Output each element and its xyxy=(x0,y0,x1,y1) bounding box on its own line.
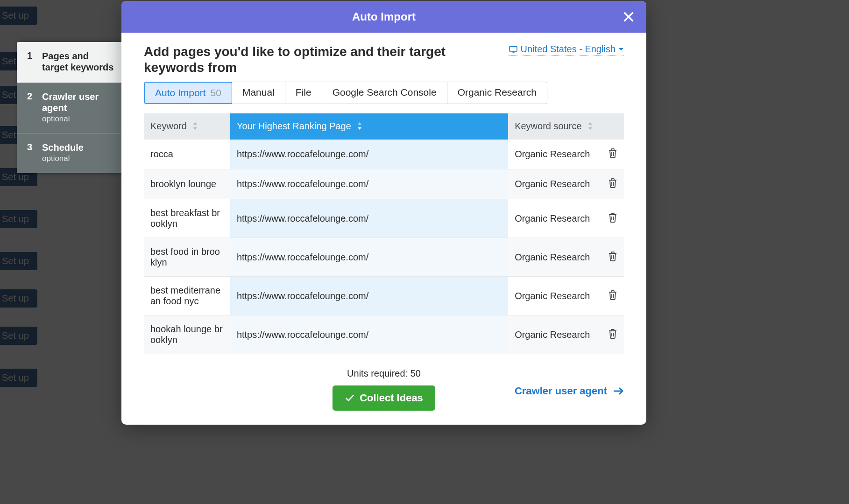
table-row: best mediterranean food nychttps://www.r… xyxy=(144,277,624,315)
tab-label: Manual xyxy=(242,87,275,98)
modal-header: Auto Import xyxy=(121,1,646,33)
step-number: 2 xyxy=(27,91,34,102)
tab-file[interactable]: File xyxy=(285,82,322,104)
col-page[interactable]: Your Highest Ranking Page xyxy=(230,113,508,140)
cell-keyword: rocca xyxy=(144,140,230,169)
keywords-table: Keyword Your Highest Ranking Page Keywor… xyxy=(144,113,624,354)
cell-page: https://www.roccafelounge.com/ xyxy=(230,238,508,277)
tab-label: File xyxy=(296,87,311,98)
tab-label: Auto Import xyxy=(155,87,206,98)
col-delete xyxy=(601,113,624,140)
cell-source: Organic Research xyxy=(508,315,601,354)
wizard-step-1[interactable]: 1Pages and target keywords xyxy=(17,42,125,83)
step-number: 1 xyxy=(27,50,34,61)
tab-count: 50 xyxy=(211,87,221,98)
cell-keyword: best food in brooklyn xyxy=(144,238,230,277)
cell-source: Organic Research xyxy=(508,199,601,238)
wizard-step-2[interactable]: 2Crawler user agentoptional xyxy=(17,83,125,133)
cell-delete xyxy=(601,238,624,277)
cell-keyword: brooklyn lounge xyxy=(144,169,230,199)
cell-delete xyxy=(601,140,624,169)
tab-google-search-console[interactable]: Google Search Console xyxy=(322,82,447,104)
cell-source: Organic Research xyxy=(508,238,601,277)
crawler-user-agent-link[interactable]: Crawler user agent xyxy=(515,385,624,397)
col-source[interactable]: Keyword source xyxy=(508,113,601,140)
locale-selector[interactable]: United States - English xyxy=(509,44,624,56)
wizard-steps: 1Pages and target keywords2Crawler user … xyxy=(17,42,125,173)
step-title: Crawler user agent xyxy=(42,91,116,113)
step-number: 3 xyxy=(27,142,34,153)
cell-delete xyxy=(601,277,624,315)
table-row: roccahttps://www.roccafelounge.com/Organ… xyxy=(144,140,624,169)
cell-page: https://www.roccafelounge.com/ xyxy=(230,169,508,199)
tab-manual[interactable]: Manual xyxy=(232,82,285,104)
cell-keyword: best breakfast brooklyn xyxy=(144,199,230,238)
cell-page: https://www.roccafelounge.com/ xyxy=(230,199,508,238)
tab-label: Organic Research xyxy=(458,87,537,98)
col-keyword[interactable]: Keyword xyxy=(144,113,230,140)
modal-title: Auto Import xyxy=(352,10,416,23)
cell-page: https://www.roccafelounge.com/ xyxy=(230,315,508,354)
cell-source: Organic Research xyxy=(508,140,601,169)
locale-label: United States - English xyxy=(521,44,616,55)
source-tabs: Auto Import50ManualFileGoogle Search Con… xyxy=(144,82,547,104)
tab-label: Google Search Console xyxy=(333,87,437,98)
step-title: Schedule xyxy=(42,142,84,153)
table-row: hookah lounge brooklynhttps://www.roccaf… xyxy=(144,315,624,354)
trash-icon[interactable] xyxy=(608,150,617,160)
cell-keyword: best mediterranean food nyc xyxy=(144,277,230,315)
trash-icon[interactable] xyxy=(608,180,617,190)
trash-icon[interactable] xyxy=(608,214,617,224)
close-icon[interactable] xyxy=(622,10,635,23)
tab-auto-import[interactable]: Auto Import50 xyxy=(144,82,233,104)
sort-icon xyxy=(192,121,198,132)
step-title: Pages and target keywords xyxy=(42,50,116,73)
table-row: best food in brooklynhttps://www.roccafe… xyxy=(144,238,624,277)
table-row: best breakfast brooklynhttps://www.rocca… xyxy=(144,199,624,238)
sort-icon xyxy=(587,121,594,132)
step-subtitle: optional xyxy=(42,154,84,163)
auto-import-modal: Auto Import Add pages you'd like to opti… xyxy=(121,1,646,425)
step-subtitle: optional xyxy=(42,114,116,124)
cell-page: https://www.roccafelounge.com/ xyxy=(230,277,508,315)
tab-organic-research[interactable]: Organic Research xyxy=(447,82,547,104)
cell-delete xyxy=(601,199,624,238)
cell-page: https://www.roccafelounge.com/ xyxy=(230,140,508,169)
trash-icon[interactable] xyxy=(608,292,617,302)
cell-delete xyxy=(601,169,624,199)
units-required-label: Units required: 50 xyxy=(144,368,624,379)
cell-source: Organic Research xyxy=(508,277,601,315)
table-row: brooklyn loungehttps://www.roccafelounge… xyxy=(144,169,624,199)
modal-heading: Add pages you'd like to optimize and the… xyxy=(144,44,471,75)
sort-icon xyxy=(356,121,363,132)
svg-rect-0 xyxy=(509,46,517,51)
trash-icon[interactable] xyxy=(608,330,617,341)
cell-delete xyxy=(601,315,624,354)
cell-keyword: hookah lounge brooklyn xyxy=(144,315,230,354)
cell-source: Organic Research xyxy=(508,169,601,199)
trash-icon[interactable] xyxy=(608,253,617,263)
wizard-step-3[interactable]: 3Scheduleoptional xyxy=(17,133,125,173)
collect-ideas-button[interactable]: Collect Ideas xyxy=(333,385,435,411)
